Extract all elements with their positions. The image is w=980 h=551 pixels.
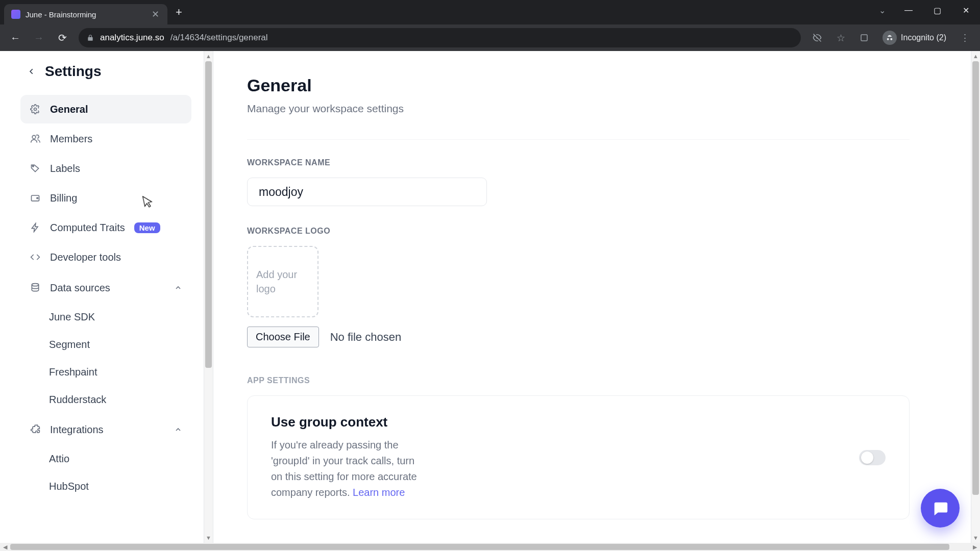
sidebar-subitem-segment[interactable]: Segment [20, 331, 191, 358]
sidebar-item-label: Labels [50, 163, 80, 174]
users-icon [30, 133, 41, 144]
window-controls: ⌄ ― ▢ ✕ [870, 0, 980, 20]
scroll-up-icon[interactable]: ▲ [971, 51, 980, 61]
incognito-label: Incognito (2) [901, 33, 946, 42]
workspace-name-label: WORKSPACE NAME [247, 158, 910, 167]
sidebar-item-integrations[interactable]: Integrations [20, 415, 191, 444]
main-scrollbar[interactable]: ▲ ▼ [971, 51, 980, 543]
divider [247, 139, 910, 140]
scroll-down-icon[interactable]: ▼ [204, 533, 213, 543]
app-settings-label: APP SETTINGS [247, 376, 910, 385]
svg-point-2 [32, 135, 36, 139]
sidebar-item-data-sources[interactable]: Data sources [20, 273, 191, 302]
browser-forward-button[interactable]: → [29, 28, 49, 48]
lightning-icon [30, 222, 41, 233]
browser-tab-strip: June - Brainstorming ✕ + ⌄ ― ▢ ✕ [0, 0, 980, 24]
tab-favicon-icon [11, 10, 20, 19]
group-context-card: Use group context If you're already pass… [247, 395, 910, 519]
svg-rect-0 [861, 35, 867, 41]
extensions-icon[interactable] [854, 28, 874, 48]
scroll-right-icon[interactable]: ▶ [970, 544, 980, 550]
sidebar-subitem-rudderstack[interactable]: Rudderstack [20, 386, 191, 413]
sidebar-subitem-freshpaint[interactable]: Freshpaint [20, 358, 191, 386]
file-chosen-status: No file chosen [330, 331, 401, 344]
sidebar-item-label: Freshpaint [49, 366, 97, 378]
scrollbar-thumb[interactable] [205, 61, 212, 368]
scrollbar-thumb[interactable] [10, 544, 949, 550]
sidebar-item-label: June SDK [49, 311, 95, 323]
browser-tab[interactable]: June - Brainstorming ✕ [4, 4, 167, 24]
browser-menu-icon[interactable]: ⋮ [954, 28, 975, 48]
scroll-up-icon[interactable]: ▲ [204, 51, 213, 61]
sidebar-item-general[interactable]: General [20, 95, 191, 123]
gear-icon [30, 104, 41, 115]
sidebar-item-computed-traits[interactable]: Computed Traits New [20, 213, 191, 242]
sidebar-item-members[interactable]: Members [20, 124, 191, 153]
sidebar-item-label: Data sources [50, 282, 110, 294]
close-tab-icon[interactable]: ✕ [151, 9, 160, 20]
url-host: analytics.june.so [100, 33, 164, 43]
profile-incognito-button[interactable]: Incognito (2) [877, 29, 951, 47]
sidebar-item-label: General [50, 104, 88, 115]
sidebar-item-label: Members [50, 133, 92, 145]
scrollbar-thumb[interactable] [972, 61, 979, 495]
learn-more-link[interactable]: Learn more [353, 487, 405, 498]
main-area: General Manage your workspace settings W… [213, 51, 980, 543]
logo-dropzone[interactable]: Add your logo [247, 246, 318, 317]
sidebar-title: Settings [45, 63, 101, 80]
workspace-logo-label: WORKSPACE LOGO [247, 227, 910, 236]
svg-point-3 [33, 166, 34, 167]
chevron-up-icon [174, 284, 182, 292]
tag-icon [30, 163, 41, 174]
window-maximize-button[interactable]: ▢ [923, 6, 951, 15]
settings-back-button[interactable] [24, 64, 39, 79]
svg-point-5 [37, 197, 38, 199]
sidebar-item-label: HubSpot [49, 481, 89, 492]
sidebar-subitem-attio[interactable]: Attio [20, 445, 191, 472]
browser-toolbar: ← → ⟳ analytics.june.so/a/14634/settings… [0, 24, 980, 51]
window-minimize-button[interactable]: ― [894, 6, 923, 15]
eye-off-icon[interactable] [807, 28, 827, 48]
sidebar-scrollbar[interactable]: ▲ ▼ [204, 51, 213, 543]
sidebar-item-labels[interactable]: Labels [20, 154, 191, 183]
sidebar-item-label: Computed Traits [50, 222, 125, 234]
svg-point-6 [32, 284, 38, 286]
sidebar-item-label: Attio [49, 453, 69, 465]
browser-back-button[interactable]: ← [5, 28, 26, 48]
incognito-icon [883, 31, 897, 45]
group-context-title: Use group context [271, 414, 424, 430]
svg-point-1 [34, 108, 37, 111]
choose-file-button[interactable]: Choose File [247, 327, 319, 347]
chat-fab-button[interactable] [921, 489, 960, 528]
sidebar-item-label: Developer tools [50, 252, 121, 263]
logo-placeholder-text: Add your logo [256, 267, 309, 296]
scroll-left-icon[interactable]: ◀ [0, 544, 10, 550]
bookmark-star-icon[interactable]: ☆ [830, 28, 851, 48]
browser-address-bar[interactable]: analytics.june.so/a/14634/settings/gener… [79, 28, 801, 47]
new-badge: New [134, 222, 160, 233]
new-tab-button[interactable]: + [167, 6, 190, 19]
scroll-down-icon[interactable]: ▼ [971, 533, 980, 543]
sidebar-item-label: Rudderstack [49, 394, 106, 406]
tab-title: June - Brainstorming [26, 10, 145, 19]
sidebar-subitem-hubspot[interactable]: HubSpot [20, 472, 191, 500]
page-subtitle: Manage your workspace settings [247, 103, 910, 115]
group-context-toggle[interactable] [859, 450, 886, 465]
sidebar-item-label: Segment [49, 339, 90, 350]
horizontal-scrollbar[interactable]: ◀ ▶ [0, 543, 980, 551]
page-title: General [247, 76, 910, 95]
code-icon [30, 252, 41, 263]
workspace-name-input[interactable] [247, 178, 487, 206]
sidebar-item-billing[interactable]: Billing [20, 184, 191, 212]
url-path: /a/14634/settings/general [170, 33, 268, 43]
app-root: Settings General Members Labels [0, 51, 980, 543]
wallet-icon [30, 192, 41, 204]
tab-overflow-icon[interactable]: ⌄ [870, 6, 894, 15]
browser-reload-button[interactable]: ⟳ [52, 28, 72, 48]
database-icon [30, 282, 41, 293]
window-close-button[interactable]: ✕ [951, 6, 980, 15]
sidebar-subitem-june-sdk[interactable]: June SDK [20, 303, 191, 331]
sidebar-item-developer-tools[interactable]: Developer tools [20, 243, 191, 271]
sidebar-item-label: Billing [50, 192, 77, 204]
sidebar-item-label: Integrations [50, 424, 104, 436]
